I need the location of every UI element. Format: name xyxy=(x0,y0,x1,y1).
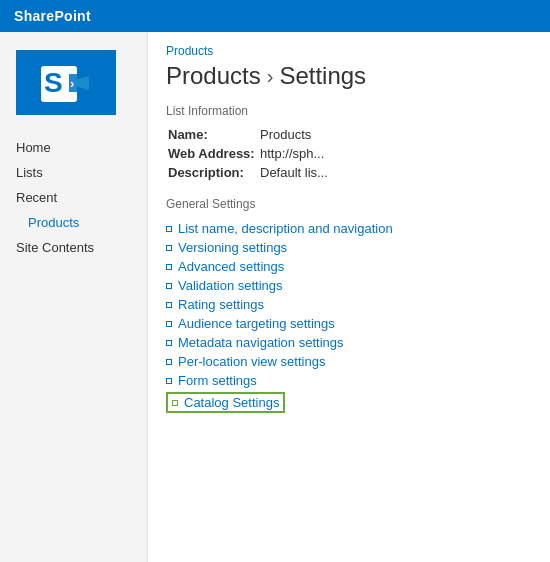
settings-item-listname: List name, description and navigation xyxy=(166,219,532,238)
settings-item-perlocation: Per-location view settings xyxy=(166,352,532,371)
page-title-arrow: › xyxy=(267,65,274,88)
sharepoint-logo: S › xyxy=(16,50,116,115)
bullet-icon xyxy=(166,226,172,232)
info-row-name: Name: Products xyxy=(168,126,530,143)
info-value-web: http://sph... xyxy=(260,145,530,162)
list-info-table: Name: Products Web Address: http://sph..… xyxy=(166,124,532,183)
settings-item-catalog[interactable]: Catalog Settings xyxy=(166,390,532,415)
settings-link-catalog[interactable]: Catalog Settings xyxy=(184,395,279,410)
settings-link-form[interactable]: Form settings xyxy=(178,373,257,388)
list-info-label: List Information xyxy=(166,104,532,118)
bullet-icon xyxy=(166,378,172,384)
main-content: Products Products › Settings List Inform… xyxy=(148,32,550,562)
settings-link-rating[interactable]: Rating settings xyxy=(178,297,264,312)
info-key-desc: Description: xyxy=(168,164,258,181)
window: SharePoint S › Home Lists Recent Product… xyxy=(0,0,550,562)
sidebar-item-recent[interactable]: Recent xyxy=(0,185,147,210)
settings-list: List name, description and navigation Ve… xyxy=(166,219,532,415)
breadcrumb[interactable]: Products xyxy=(166,44,532,58)
settings-link-perlocation[interactable]: Per-location view settings xyxy=(178,354,325,369)
bullet-icon xyxy=(166,245,172,251)
bullet-icon xyxy=(166,264,172,270)
page-title: Products › Settings xyxy=(166,62,532,90)
app-title: SharePoint xyxy=(14,8,91,24)
bullet-icon xyxy=(166,283,172,289)
bullet-icon xyxy=(166,321,172,327)
settings-item-validation: Validation settings xyxy=(166,276,532,295)
settings-link-listname[interactable]: List name, description and navigation xyxy=(178,221,393,236)
sidebar-nav: Home Lists Recent Products Site Contents xyxy=(0,135,147,260)
settings-item-metadata: Metadata navigation settings xyxy=(166,333,532,352)
settings-item-versioning: Versioning settings xyxy=(166,238,532,257)
settings-item-advanced: Advanced settings xyxy=(166,257,532,276)
info-value-name: Products xyxy=(260,126,530,143)
sidebar-item-home[interactable]: Home xyxy=(0,135,147,160)
bullet-icon xyxy=(172,400,178,406)
settings-link-metadata[interactable]: Metadata navigation settings xyxy=(178,335,344,350)
sidebar-item-lists[interactable]: Lists xyxy=(0,160,147,185)
general-settings-label: General Settings xyxy=(166,197,532,211)
bullet-icon xyxy=(166,359,172,365)
settings-item-rating: Rating settings xyxy=(166,295,532,314)
svg-text:›: › xyxy=(70,76,74,91)
content-area: S › Home Lists Recent Products Site Cont… xyxy=(0,32,550,562)
sidebar-item-site-contents[interactable]: Site Contents xyxy=(0,235,147,260)
sharepoint-logo-icon: S › xyxy=(39,58,94,108)
info-row-description: Description: Default lis... xyxy=(168,164,530,181)
settings-link-versioning[interactable]: Versioning settings xyxy=(178,240,287,255)
sidebar-item-products[interactable]: Products xyxy=(0,210,147,235)
info-key-name: Name: xyxy=(168,126,258,143)
info-row-web-address: Web Address: http://sph... xyxy=(168,145,530,162)
sidebar: S › Home Lists Recent Products Site Cont… xyxy=(0,32,148,562)
info-value-desc: Default lis... xyxy=(260,164,530,181)
settings-item-form: Form settings xyxy=(166,371,532,390)
bullet-icon xyxy=(166,302,172,308)
catalog-settings-highlight[interactable]: Catalog Settings xyxy=(166,392,285,413)
svg-text:S: S xyxy=(44,67,63,98)
page-title-part1: Products xyxy=(166,62,261,90)
settings-link-advanced[interactable]: Advanced settings xyxy=(178,259,284,274)
bullet-icon xyxy=(166,340,172,346)
info-key-web: Web Address: xyxy=(168,145,258,162)
settings-link-audience[interactable]: Audience targeting settings xyxy=(178,316,335,331)
settings-item-audience: Audience targeting settings xyxy=(166,314,532,333)
page-title-part2: Settings xyxy=(279,62,366,90)
settings-link-validation[interactable]: Validation settings xyxy=(178,278,283,293)
title-bar: SharePoint xyxy=(0,0,550,32)
